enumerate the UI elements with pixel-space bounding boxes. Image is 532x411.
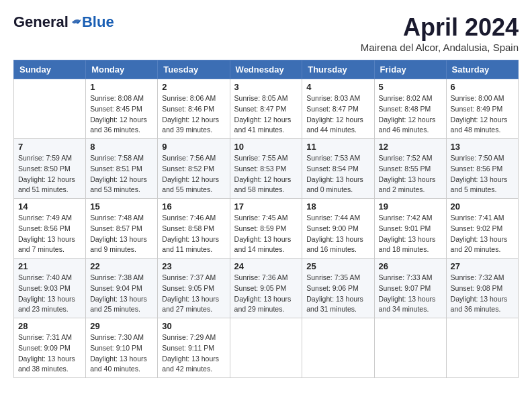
calendar-cell: 14Sunrise: 7:49 AMSunset: 8:56 PMDayligh…: [14, 199, 86, 259]
day-info: Sunrise: 7:53 AMSunset: 8:54 PMDaylight:…: [306, 153, 369, 195]
day-number: 19: [379, 201, 442, 212]
header-thursday: Thursday: [302, 60, 374, 79]
calendar-header-row: Sunday Monday Tuesday Wednesday Thursday…: [14, 60, 519, 79]
calendar-cell: 2Sunrise: 8:06 AMSunset: 8:46 PMDaylight…: [158, 79, 230, 139]
calendar-cell: 21Sunrise: 7:40 AMSunset: 9:03 PMDayligh…: [14, 259, 86, 318]
day-number: 3: [234, 82, 298, 92]
day-info: Sunrise: 7:30 AMSunset: 9:10 PMDaylight:…: [90, 332, 153, 375]
calendar-cell: 28Sunrise: 7:31 AMSunset: 9:09 PMDayligh…: [14, 318, 86, 378]
day-info: Sunrise: 7:33 AMSunset: 9:07 PMDaylight:…: [379, 273, 442, 315]
day-info: Sunrise: 8:02 AMSunset: 8:48 PMDaylight:…: [379, 93, 442, 136]
day-info: Sunrise: 7:40 AMSunset: 9:03 PMDaylight:…: [18, 273, 81, 315]
header-friday: Friday: [374, 60, 446, 79]
day-info: Sunrise: 7:38 AMSunset: 9:04 PMDaylight:…: [90, 273, 153, 315]
month-title: April 2024: [361, 13, 519, 42]
calendar-cell: 26Sunrise: 7:33 AMSunset: 9:07 PMDayligh…: [374, 259, 446, 318]
day-number: 29: [90, 321, 153, 331]
day-info: Sunrise: 7:58 AMSunset: 8:51 PMDaylight:…: [90, 153, 153, 195]
calendar-cell: 20Sunrise: 7:41 AMSunset: 9:02 PMDayligh…: [446, 199, 518, 259]
day-info: Sunrise: 8:03 AMSunset: 8:47 PMDaylight:…: [306, 93, 369, 136]
calendar-cell: 18Sunrise: 7:44 AMSunset: 9:00 PMDayligh…: [302, 199, 374, 259]
day-number: 24: [234, 261, 298, 271]
calendar-cell: 3Sunrise: 8:05 AMSunset: 8:47 PMDaylight…: [230, 79, 302, 139]
calendar-cell: [302, 318, 374, 378]
day-number: 6: [451, 82, 514, 92]
day-number: 26: [379, 261, 442, 271]
day-number: 21: [18, 261, 81, 271]
day-number: 13: [451, 142, 514, 152]
day-info: Sunrise: 7:56 AMSunset: 8:52 PMDaylight:…: [162, 153, 225, 195]
day-number: 23: [162, 261, 225, 271]
day-info: Sunrise: 8:06 AMSunset: 8:46 PMDaylight:…: [162, 93, 225, 136]
day-number: 20: [451, 201, 514, 212]
day-info: Sunrise: 7:37 AMSunset: 9:05 PMDaylight:…: [162, 273, 225, 315]
day-info: Sunrise: 8:00 AMSunset: 8:49 PMDaylight:…: [451, 93, 514, 136]
day-info: Sunrise: 7:42 AMSunset: 9:01 PMDaylight:…: [379, 213, 442, 255]
day-number: 28: [18, 321, 81, 331]
day-number: 27: [451, 261, 514, 271]
week-row-3: 14Sunrise: 7:49 AMSunset: 8:56 PMDayligh…: [14, 199, 519, 259]
day-info: Sunrise: 7:41 AMSunset: 9:02 PMDaylight:…: [451, 213, 514, 255]
header-sunday: Sunday: [14, 60, 86, 79]
day-number: 25: [306, 261, 369, 271]
day-info: Sunrise: 7:32 AMSunset: 9:08 PMDaylight:…: [451, 273, 514, 315]
calendar-cell: 9Sunrise: 7:56 AMSunset: 8:52 PMDaylight…: [158, 139, 230, 199]
day-number: 15: [90, 201, 153, 212]
day-number: 8: [90, 142, 153, 152]
calendar-cell: 7Sunrise: 7:59 AMSunset: 8:50 PMDaylight…: [14, 139, 86, 199]
calendar-table: Sunday Monday Tuesday Wednesday Thursday…: [13, 60, 519, 378]
day-info: Sunrise: 7:59 AMSunset: 8:50 PMDaylight:…: [18, 153, 81, 195]
day-info: Sunrise: 7:50 AMSunset: 8:56 PMDaylight:…: [451, 153, 514, 195]
calendar-cell: 25Sunrise: 7:35 AMSunset: 9:06 PMDayligh…: [302, 259, 374, 318]
day-number: 12: [379, 142, 442, 152]
day-info: Sunrise: 7:49 AMSunset: 8:56 PMDaylight:…: [18, 213, 81, 255]
day-info: Sunrise: 7:44 AMSunset: 9:00 PMDaylight:…: [306, 213, 369, 255]
day-info: Sunrise: 7:36 AMSunset: 9:05 PMDaylight:…: [234, 273, 298, 315]
day-number: 5: [379, 82, 442, 92]
day-info: Sunrise: 7:55 AMSunset: 8:53 PMDaylight:…: [234, 153, 298, 195]
header-saturday: Saturday: [446, 60, 518, 79]
header-wednesday: Wednesday: [230, 60, 302, 79]
day-info: Sunrise: 7:31 AMSunset: 9:09 PMDaylight:…: [18, 332, 81, 375]
calendar-cell: 11Sunrise: 7:53 AMSunset: 8:54 PMDayligh…: [302, 139, 374, 199]
week-row-4: 21Sunrise: 7:40 AMSunset: 9:03 PMDayligh…: [14, 259, 519, 318]
calendar-cell: 6Sunrise: 8:00 AMSunset: 8:49 PMDaylight…: [446, 79, 518, 139]
title-section: April 2024 Mairena del Alcor, Andalusia,…: [361, 13, 519, 53]
day-info: Sunrise: 7:45 AMSunset: 8:59 PMDaylight:…: [234, 213, 298, 255]
calendar-cell: 13Sunrise: 7:50 AMSunset: 8:56 PMDayligh…: [446, 139, 518, 199]
calendar-cell: 15Sunrise: 7:48 AMSunset: 8:57 PMDayligh…: [86, 199, 158, 259]
day-number: 14: [18, 201, 81, 212]
week-row-1: 1Sunrise: 8:08 AMSunset: 8:45 PMDaylight…: [14, 79, 519, 139]
day-number: 11: [306, 142, 369, 152]
calendar-cell: 4Sunrise: 8:03 AMSunset: 8:47 PMDaylight…: [302, 79, 374, 139]
logo-blue-text: Blue: [82, 13, 114, 31]
day-info: Sunrise: 7:29 AMSunset: 9:11 PMDaylight:…: [162, 332, 225, 375]
week-row-5: 28Sunrise: 7:31 AMSunset: 9:09 PMDayligh…: [14, 318, 519, 378]
day-info: Sunrise: 7:48 AMSunset: 8:57 PMDaylight:…: [90, 213, 153, 255]
calendar-cell: 27Sunrise: 7:32 AMSunset: 9:08 PMDayligh…: [446, 259, 518, 318]
header-monday: Monday: [86, 60, 158, 79]
calendar-cell: 10Sunrise: 7:55 AMSunset: 8:53 PMDayligh…: [230, 139, 302, 199]
day-info: Sunrise: 7:46 AMSunset: 8:58 PMDaylight:…: [162, 213, 225, 255]
header-tuesday: Tuesday: [158, 60, 230, 79]
calendar-cell: [374, 318, 446, 378]
day-number: 18: [306, 201, 369, 212]
logo-bird-icon: [70, 16, 82, 28]
day-info: Sunrise: 8:08 AMSunset: 8:45 PMDaylight:…: [90, 93, 153, 136]
day-number: 10: [234, 142, 298, 152]
day-number: 2: [162, 82, 225, 92]
day-number: 7: [18, 142, 81, 152]
day-number: 1: [90, 82, 153, 92]
day-info: Sunrise: 8:05 AMSunset: 8:47 PMDaylight:…: [234, 93, 298, 136]
calendar-cell: [446, 318, 518, 378]
calendar-cell: 8Sunrise: 7:58 AMSunset: 8:51 PMDaylight…: [86, 139, 158, 199]
calendar-cell: 5Sunrise: 8:02 AMSunset: 8:48 PMDaylight…: [374, 79, 446, 139]
calendar-cell: 17Sunrise: 7:45 AMSunset: 8:59 PMDayligh…: [230, 199, 302, 259]
day-number: 4: [306, 82, 369, 92]
calendar-cell: 29Sunrise: 7:30 AMSunset: 9:10 PMDayligh…: [86, 318, 158, 378]
calendar-cell: [14, 79, 86, 139]
day-info: Sunrise: 7:35 AMSunset: 9:06 PMDaylight:…: [306, 273, 369, 315]
calendar-cell: 30Sunrise: 7:29 AMSunset: 9:11 PMDayligh…: [158, 318, 230, 378]
calendar-cell: 24Sunrise: 7:36 AMSunset: 9:05 PMDayligh…: [230, 259, 302, 318]
calendar-cell: 19Sunrise: 7:42 AMSunset: 9:01 PMDayligh…: [374, 199, 446, 259]
